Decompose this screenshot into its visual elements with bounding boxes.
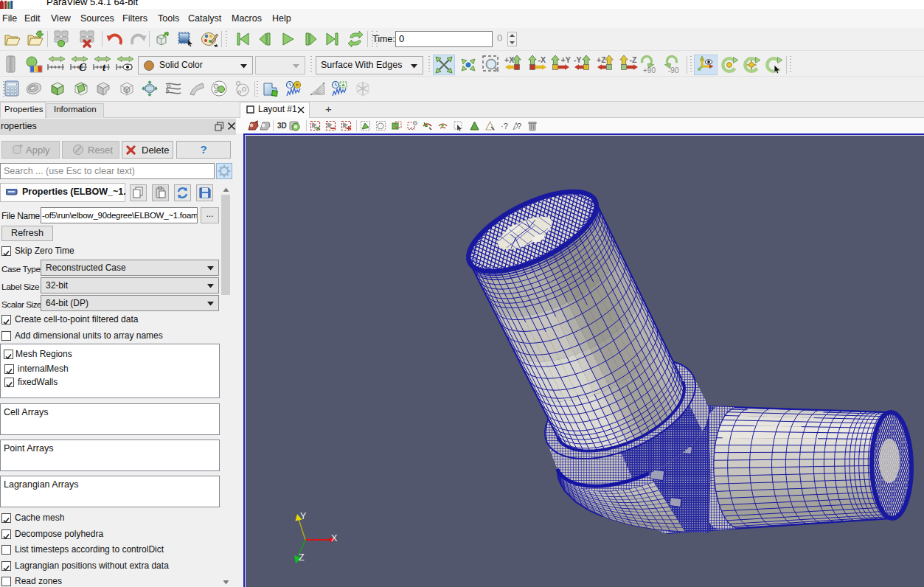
svg-text:+X: +X: [504, 55, 514, 64]
svg-text:-Y: -Y: [574, 55, 582, 64]
svg-text:Z: Z: [299, 552, 305, 563]
svg-text:-X: -X: [538, 55, 546, 64]
svg-text:Y: Y: [300, 511, 307, 521]
svg-text:-90: -90: [668, 66, 679, 74]
svg-text:?: ?: [517, 122, 521, 131]
svg-text:C: C: [79, 62, 86, 73]
svg-text:+Y: +Y: [561, 55, 571, 64]
svg-text:+90: +90: [643, 66, 656, 74]
svg-text:-Z: -Z: [630, 55, 637, 64]
svg-text:X: X: [331, 533, 338, 543]
svg-text:+Z: +Z: [597, 55, 606, 64]
svg-text:·?: ·?: [501, 122, 508, 131]
svg-text:3D: 3D: [277, 122, 287, 130]
